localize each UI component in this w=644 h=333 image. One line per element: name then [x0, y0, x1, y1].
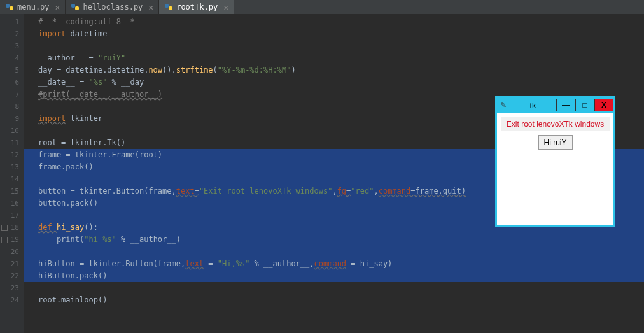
line-number: 6	[0, 76, 24, 89]
line-number: 11	[0, 137, 24, 149]
tk-titlebar[interactable]: ✎ tk — □ X	[497, 97, 613, 113]
hi-button[interactable]: Hi ruiY	[538, 135, 573, 150]
tk-title: tk	[510, 101, 556, 110]
tab-roottk[interactable]: rootTk.py ×	[159, 0, 234, 14]
feather-icon: ✎	[497, 101, 510, 110]
line-number: 23	[0, 282, 24, 294]
python-icon	[164, 3, 173, 11]
code-line	[24, 282, 644, 294]
python-icon	[5, 3, 14, 11]
line-number: 4	[0, 52, 24, 64]
code-line: day = datetime.datetime.now().strftime("…	[24, 64, 644, 76]
svg-rect-0	[6, 4, 10, 8]
line-number[interactable]: 19	[0, 234, 24, 246]
code-line: import datetime	[24, 28, 644, 40]
svg-rect-1	[10, 6, 13, 10]
line-number: 2	[0, 28, 24, 40]
close-icon[interactable]: ×	[223, 3, 228, 12]
line-number: 12	[0, 149, 24, 161]
line-number: 3	[0, 40, 24, 52]
svg-rect-5	[169, 6, 172, 10]
line-number: 9	[0, 113, 24, 125]
code-line: __date__ = "%s" % __day	[24, 76, 644, 89]
editor-main: 1 2 3 4 5 6 7 8 9 10 11 12 13 14 15 16 1…	[0, 14, 644, 333]
tab-menu[interactable]: menu.py ×	[0, 0, 66, 14]
svg-rect-4	[165, 4, 169, 8]
exit-button[interactable]: Exit root lenovoXTk windows	[501, 117, 610, 131]
tab-label: helloclass.py	[83, 3, 143, 11]
code-line: root.mainloop()	[24, 294, 644, 306]
line-gutter: 1 2 3 4 5 6 7 8 9 10 11 12 13 14 15 16 1…	[0, 14, 24, 333]
close-button[interactable]: X	[594, 99, 613, 111]
close-icon[interactable]: ×	[148, 3, 153, 12]
python-icon	[71, 3, 80, 11]
code-line	[24, 40, 644, 52]
svg-rect-2	[71, 4, 75, 8]
code-line: hiButton = tkinter.Button(frame,text = "…	[24, 258, 644, 270]
line-number: 10	[0, 125, 24, 137]
code-line: __author__ = "ruiY"	[24, 52, 644, 64]
line-number: 20	[0, 246, 24, 258]
line-number: 8	[0, 101, 24, 113]
line-number: 5	[0, 64, 24, 76]
line-number: 16	[0, 197, 24, 209]
tab-label: rootTk.py	[176, 3, 218, 11]
line-number: 15	[0, 185, 24, 197]
line-number: 21	[0, 258, 24, 270]
maximize-button[interactable]: □	[575, 99, 594, 111]
minimize-button[interactable]: —	[556, 99, 575, 111]
code-line: # -*- coding:utf-8 -*-	[24, 16, 644, 28]
tk-body: Exit root lenovoXTk windows Hi ruiY	[497, 113, 613, 225]
window-controls: — □ X	[556, 99, 613, 111]
tab-bar: menu.py × helloclass.py × rootTk.py ×	[0, 0, 644, 14]
line-number: 24	[0, 294, 24, 306]
line-number: 17	[0, 209, 24, 222]
line-number: 22	[0, 270, 24, 282]
close-icon[interactable]: ×	[55, 3, 60, 12]
code-line	[24, 246, 644, 258]
line-number: 1	[0, 16, 24, 28]
code-area[interactable]: # -*- coding:utf-8 -*- import datetime _…	[24, 14, 644, 333]
code-line: hiButton.pack()	[24, 270, 644, 282]
tab-label: menu.py	[17, 3, 50, 11]
line-number: 13	[0, 161, 24, 173]
tab-helloclass[interactable]: helloclass.py ×	[66, 0, 159, 14]
line-number[interactable]: 18	[0, 222, 24, 234]
code-line: print("hi %s" % __author__)	[24, 234, 644, 246]
svg-rect-3	[75, 6, 79, 10]
line-number: 7	[0, 89, 24, 101]
line-number: 14	[0, 173, 24, 185]
tk-window: ✎ tk — □ X Exit root lenovoXTk windows H…	[495, 96, 615, 227]
